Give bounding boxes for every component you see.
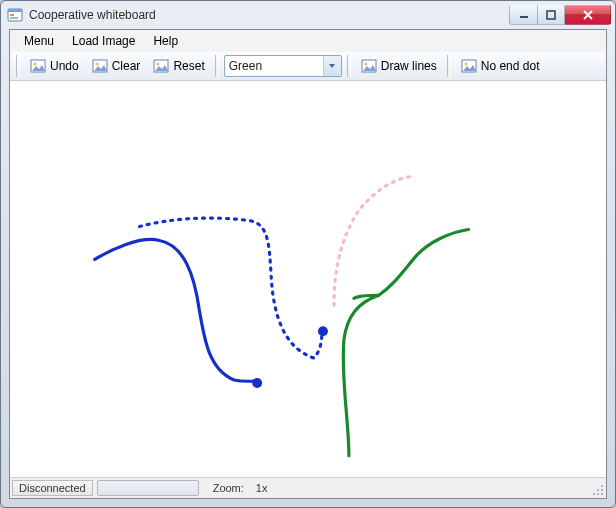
menubar: Menu Load Image Help [10,30,606,52]
svg-point-18 [601,489,603,491]
svg-point-20 [597,493,599,495]
window-controls [509,5,611,25]
resize-grip[interactable] [588,480,604,496]
image-icon [30,58,46,74]
toolbar-separator [447,55,451,77]
chevron-down-icon [328,62,336,70]
undo-button[interactable]: Undo [25,55,84,77]
menu-load-image[interactable]: Load Image [64,32,143,50]
titlebar[interactable]: Cooperative whiteboard [1,1,615,29]
toolbar: Undo Clear Reset Green [10,52,606,81]
progress-bar [97,480,199,496]
svg-point-21 [601,493,603,495]
color-select-button[interactable] [323,56,341,76]
end-dot-label: No end dot [481,59,540,73]
stroke [140,218,322,358]
svg-point-11 [157,62,160,65]
app-icon [7,7,23,23]
maximize-icon [546,10,556,20]
minimize-icon [519,10,529,20]
svg-rect-4 [520,16,528,18]
whiteboard-canvas[interactable] [10,81,606,478]
image-icon [461,58,477,74]
client-area: Menu Load Image Help Undo Clear [9,29,607,499]
image-icon [153,58,169,74]
toolbar-separator [215,55,219,77]
stroke [95,239,255,381]
window-title: Cooperative whiteboard [29,8,509,22]
maximize-button[interactable] [537,5,565,25]
clear-button[interactable]: Clear [87,55,146,77]
svg-point-16 [601,485,603,487]
svg-point-7 [34,62,37,65]
svg-point-13 [364,62,367,65]
color-select-value: Green [225,59,323,73]
svg-rect-3 [10,17,18,19]
end-dot-button[interactable]: No end dot [456,55,545,77]
drawing-svg [10,81,606,478]
end-dot [252,378,262,388]
toolbar-separator [16,55,20,77]
svg-point-19 [593,493,595,495]
draw-mode-label: Draw lines [381,59,437,73]
close-button[interactable] [565,5,611,25]
image-icon [361,58,377,74]
svg-point-17 [597,489,599,491]
zoom-label: Zoom: [213,482,244,494]
reset-label: Reset [173,59,204,73]
reset-button[interactable]: Reset [148,55,209,77]
zoom-value: 1x [256,482,268,494]
toolbar-separator [347,55,351,77]
minimize-button[interactable] [509,5,537,25]
svg-rect-1 [8,9,22,12]
resize-grip-icon [590,482,604,496]
undo-label: Undo [50,59,79,73]
app-window: Cooperative whiteboard Menu Load Image H… [0,0,616,508]
stroke [334,176,414,305]
menu-menu[interactable]: Menu [16,32,62,50]
menu-help[interactable]: Help [145,32,186,50]
stroke [379,229,469,295]
clear-label: Clear [112,59,141,73]
svg-point-15 [464,62,467,65]
image-icon [92,58,108,74]
statusbar: Disconnected Zoom: 1x [10,477,606,498]
svg-rect-2 [10,14,14,16]
end-dot [318,326,328,336]
svg-point-9 [95,62,98,65]
color-select[interactable]: Green [224,55,342,77]
draw-mode-button[interactable]: Draw lines [356,55,442,77]
svg-rect-5 [547,11,555,19]
close-icon [582,10,594,20]
connection-status: Disconnected [12,480,93,496]
stroke [343,295,379,455]
